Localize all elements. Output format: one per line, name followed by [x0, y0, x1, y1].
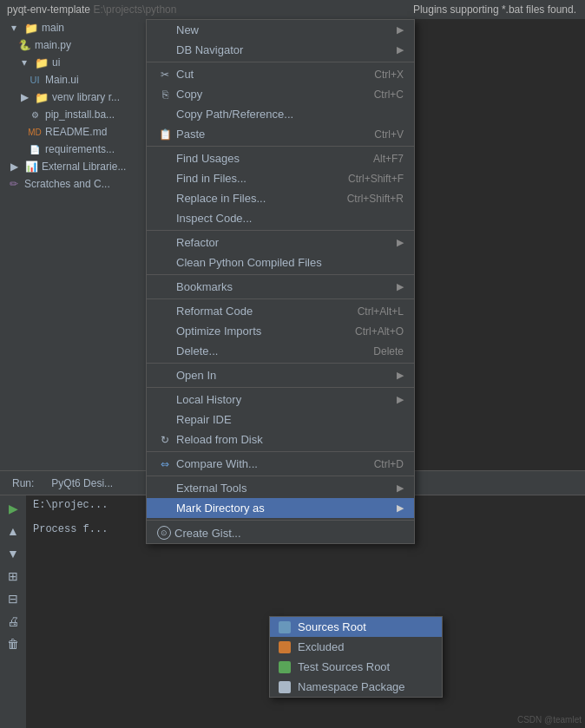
shortcut-label: Ctrl+Alt+L — [358, 305, 404, 318]
menu-item-reformat[interactable]: Reformat Code Ctrl+Alt+L — [147, 301, 414, 321]
expand-icon: ▾ — [17, 56, 31, 69]
menu-item-create-gist[interactable]: ⊙ Create Gist... — [147, 522, 414, 543]
sources-root-icon — [279, 621, 291, 633]
file-icon: 📄 — [28, 142, 42, 156]
menu-separator — [147, 387, 414, 388]
menu-item-cut[interactable]: ✂ Cut Ctrl+X — [147, 64, 414, 84]
sidebar-label: requirements... — [45, 143, 115, 155]
sidebar-item-mainpy[interactable]: 🐍 main.py — [0, 36, 146, 54]
project-title: pyqt-env-template E:\projects\python — [7, 3, 176, 16]
layout-button[interactable]: ⊞ — [3, 567, 23, 586]
menu-item-find-in-files[interactable]: Find in Files... Ctrl+Shift+F — [147, 168, 414, 188]
shortcut-label: Ctrl+Shift+R — [347, 193, 404, 205]
excluded-icon — [279, 641, 291, 653]
menu-item-copy-path[interactable]: Copy Path/Reference... — [147, 104, 414, 124]
shortcut-label: Ctrl+X — [374, 69, 404, 81]
scratch-icon: ✏ — [7, 177, 21, 191]
paste-icon: 📋 — [157, 128, 173, 141]
submenu-label: Test Sources Root — [298, 660, 390, 673]
sidebar-item-main[interactable]: ▾ 📁 main — [0, 19, 146, 36]
namespace-icon — [279, 681, 291, 693]
shortcut-label: Ctrl+V — [374, 128, 404, 141]
arrow-icon: ▶ — [397, 237, 404, 248]
submenu-item-sources-root[interactable]: Sources Root — [270, 617, 442, 637]
notification-bar: Plugins supporting *.bat files found. — [404, 0, 585, 19]
menu-item-replace-in-files[interactable]: Replace in Files... Ctrl+Shift+R — [147, 188, 414, 208]
menu-item-optimize-imports[interactable]: Optimize Imports Ctrl+Alt+O — [147, 321, 414, 341]
sidebar-label: pip_install.ba... — [45, 108, 115, 121]
menu-item-clean-python[interactable]: Clean Python Compiled Files — [147, 253, 414, 272]
menu-item-mark-directory[interactable]: Mark Directory as ▶ — [147, 498, 414, 518]
menu-item-repair-ide[interactable]: Repair IDE — [147, 410, 414, 430]
test-sources-icon — [279, 661, 291, 673]
menu-item-external-tools[interactable]: External Tools ▶ — [147, 478, 414, 498]
menu-separator — [147, 274, 414, 275]
menu-label: Bookmarks — [176, 280, 233, 293]
sidebar-label: venv library r... — [52, 91, 120, 103]
scroll-up-button[interactable]: ▲ — [3, 521, 23, 541]
menu-item-refactor[interactable]: Refactor ▶ — [147, 233, 414, 253]
menu-item-open-in[interactable]: Open In ▶ — [147, 365, 414, 385]
menu-item-copy[interactable]: ⎘ Copy Ctrl+C — [147, 84, 414, 104]
menu-label: Find in Files... — [176, 172, 246, 185]
sidebar-item-mainui[interactable]: UI Main.ui — [0, 71, 146, 89]
menu-item-db-navigator[interactable]: DB Navigator ▶ — [147, 40, 414, 60]
menu-item-delete[interactable]: Delete... Delete — [147, 341, 414, 361]
submenu-item-namespace[interactable]: Namespace Package — [270, 677, 442, 697]
arrow-icon: ▶ — [397, 281, 404, 292]
sidebar-item-pipinstall[interactable]: ⚙ pip_install.ba... — [0, 106, 146, 123]
menu-separator — [147, 520, 414, 521]
menu-item-local-history[interactable]: Local History ▶ — [147, 390, 414, 410]
sidebar-item-requirements[interactable]: 📄 requirements... — [0, 141, 146, 158]
submenu-item-test-sources[interactable]: Test Sources Root — [270, 657, 442, 677]
menu-label: Optimize Imports — [176, 325, 261, 338]
menu-label: Create Gist... — [174, 527, 241, 540]
sidebar-item-scratches[interactable]: ✏ Scratches and C... — [0, 175, 146, 193]
delete-button[interactable]: 🗑 — [3, 634, 23, 653]
arrow-icon: ▶ — [397, 482, 404, 494]
expand-icon: ▶ — [17, 90, 31, 104]
tab-run[interactable]: PyQt6 Desi... — [43, 474, 122, 493]
menu-item-new[interactable]: New ▶ — [147, 20, 414, 40]
shortcut-label: Ctrl+C — [374, 89, 404, 101]
menu-separator — [147, 298, 414, 299]
arrow-icon: ▶ — [397, 44, 404, 56]
menu-label: Copy Path/Reference... — [176, 108, 293, 121]
ext-lib-icon: 📊 — [24, 160, 38, 174]
menu-item-compare-with[interactable]: ⇔ Compare With... Ctrl+D — [147, 454, 414, 474]
menu-item-paste[interactable]: 📋 Paste Ctrl+V — [147, 124, 414, 144]
menu-label: Delete... — [176, 344, 218, 357]
sidebar-label: ui — [52, 56, 60, 69]
file-icon: ⚙ — [28, 108, 42, 121]
menu-item-reload-disk[interactable]: ↻ Reload from Disk — [147, 430, 414, 449]
sidebar-item-ui-folder[interactable]: ▾ 📁 ui — [0, 54, 146, 71]
menu-separator — [147, 363, 414, 364]
shortcut-label: Alt+F7 — [373, 153, 404, 165]
sidebar-label: Main.ui — [45, 74, 79, 86]
folder-icon: 📁 — [35, 56, 49, 69]
menu-label: Compare With... — [176, 457, 258, 470]
file-icon: MD — [28, 125, 42, 139]
reload-icon: ↻ — [157, 434, 173, 446]
shortcut-label: Ctrl+Alt+O — [355, 325, 404, 338]
scroll-down-button[interactable]: ▼ — [3, 544, 23, 563]
submenu-item-excluded[interactable]: Excluded — [270, 637, 442, 657]
arrow-icon: ▶ — [397, 370, 404, 381]
sidebar-item-external-libs[interactable]: ▶ 📊 External Librarie... — [0, 158, 146, 175]
layout-button2[interactable]: ⊟ — [3, 589, 23, 608]
menu-item-bookmarks[interactable]: Bookmarks ▶ — [147, 277, 414, 297]
menu-label: Repair IDE — [176, 413, 232, 426]
expand-icon: ▾ — [7, 21, 21, 35]
menu-item-find-usages[interactable]: Find Usages Alt+F7 — [147, 148, 414, 168]
folder-icon: 📁 — [24, 21, 38, 35]
expand-icon: ▶ — [7, 160, 21, 174]
sidebar-item-readme[interactable]: MD README.md — [0, 123, 146, 141]
sidebar-item-venv[interactable]: ▶ 📁 venv library r... — [0, 89, 146, 106]
print-button[interactable]: 🖨 — [3, 612, 23, 631]
menu-label: New — [176, 23, 199, 36]
run-button[interactable]: ▶ — [3, 499, 23, 518]
menu-item-inspect-code[interactable]: Inspect Code... — [147, 208, 414, 228]
menu-label: Mark Directory as — [176, 502, 265, 515]
menu-label: Inspect Code... — [176, 212, 252, 225]
menu-label: Replace in Files... — [176, 192, 266, 205]
